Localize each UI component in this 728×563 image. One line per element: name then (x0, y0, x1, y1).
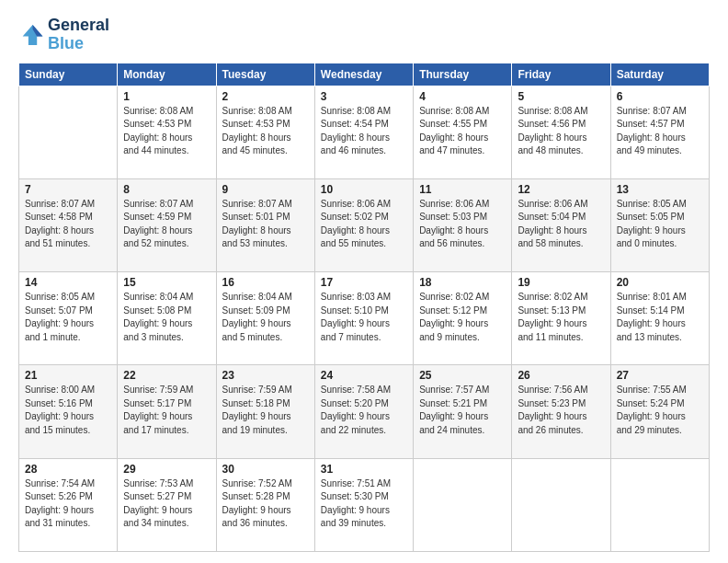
day-info: Sunrise: 7:57 AMSunset: 5:21 PMDaylight:… (419, 384, 506, 437)
day-info: Sunrise: 8:06 AMSunset: 5:03 PMDaylight:… (419, 198, 506, 251)
day-number: 2 (222, 90, 309, 103)
calendar-week-row: 1Sunrise: 8:08 AMSunset: 4:53 PMDaylight… (19, 86, 710, 178)
calendar-week-row: 14Sunrise: 8:05 AMSunset: 5:07 PMDayligh… (19, 272, 710, 365)
calendar-cell: 3Sunrise: 8:08 AMSunset: 4:54 PMDaylight… (314, 86, 413, 178)
day-number: 5 (518, 90, 604, 103)
calendar-cell: 1Sunrise: 8:08 AMSunset: 4:53 PMDaylight… (118, 86, 216, 178)
day-info: Sunrise: 8:08 AMSunset: 4:56 PMDaylight:… (518, 105, 604, 158)
day-number: 14 (25, 276, 111, 289)
day-number: 10 (321, 183, 407, 196)
calendar-cell: 19Sunrise: 8:02 AMSunset: 5:13 PMDayligh… (512, 272, 610, 365)
day-number: 1 (123, 90, 210, 103)
day-info: Sunrise: 8:03 AMSunset: 5:10 PMDaylight:… (321, 291, 407, 344)
calendar-day-header: Sunday (19, 63, 118, 86)
calendar-day-header: Saturday (610, 63, 709, 86)
day-number: 22 (123, 369, 210, 382)
day-number: 6 (617, 90, 703, 103)
day-info: Sunrise: 8:06 AMSunset: 5:04 PMDaylight:… (518, 198, 604, 251)
day-info: Sunrise: 7:51 AMSunset: 5:30 PMDaylight:… (321, 477, 407, 531)
calendar-cell: 8Sunrise: 8:07 AMSunset: 4:59 PMDaylight… (118, 178, 216, 271)
logo: General Blue (18, 17, 109, 53)
calendar-week-row: 21Sunrise: 8:00 AMSunset: 5:16 PMDayligh… (19, 365, 710, 458)
day-number: 18 (419, 276, 506, 289)
logo-icon (18, 22, 44, 48)
calendar-cell: 25Sunrise: 7:57 AMSunset: 5:21 PMDayligh… (414, 365, 512, 458)
day-number: 17 (321, 276, 407, 289)
day-number: 25 (419, 369, 506, 382)
calendar-day-header: Thursday (414, 63, 512, 86)
day-info: Sunrise: 8:07 AMSunset: 4:59 PMDaylight:… (123, 198, 210, 251)
day-number: 31 (321, 463, 407, 476)
calendar-cell: 17Sunrise: 8:03 AMSunset: 5:10 PMDayligh… (314, 272, 413, 365)
calendar-cell: 20Sunrise: 8:01 AMSunset: 5:14 PMDayligh… (610, 272, 709, 365)
calendar-week-row: 7Sunrise: 8:07 AMSunset: 4:58 PMDaylight… (19, 178, 710, 271)
calendar-cell: 10Sunrise: 8:06 AMSunset: 5:02 PMDayligh… (314, 178, 413, 271)
day-number: 28 (25, 463, 111, 476)
day-info: Sunrise: 7:59 AMSunset: 5:18 PMDaylight:… (222, 384, 309, 437)
day-info: Sunrise: 7:52 AMSunset: 5:28 PMDaylight:… (222, 477, 309, 531)
day-number: 24 (321, 369, 407, 382)
day-number: 16 (222, 276, 309, 289)
calendar-cell: 2Sunrise: 8:08 AMSunset: 4:53 PMDaylight… (216, 86, 314, 178)
calendar-header-row: SundayMondayTuesdayWednesdayThursdayFrid… (19, 63, 710, 86)
calendar-cell (19, 86, 118, 178)
page: General Blue SundayMondayTuesdayWednesda… (0, 0, 728, 563)
day-info: Sunrise: 8:07 AMSunset: 4:58 PMDaylight:… (25, 198, 111, 251)
calendar-cell: 24Sunrise: 7:58 AMSunset: 5:20 PMDayligh… (314, 365, 413, 458)
calendar-cell: 30Sunrise: 7:52 AMSunset: 5:28 PMDayligh… (216, 458, 314, 551)
calendar-cell: 7Sunrise: 8:07 AMSunset: 4:58 PMDaylight… (19, 178, 118, 271)
day-info: Sunrise: 8:04 AMSunset: 5:08 PMDaylight:… (123, 291, 210, 344)
day-info: Sunrise: 8:08 AMSunset: 4:55 PMDaylight:… (419, 105, 506, 158)
day-number: 3 (321, 90, 407, 103)
day-number: 7 (25, 183, 111, 196)
calendar-day-header: Monday (118, 63, 216, 86)
day-number: 9 (222, 183, 309, 196)
day-info: Sunrise: 8:02 AMSunset: 5:12 PMDaylight:… (419, 291, 506, 344)
day-info: Sunrise: 8:08 AMSunset: 4:54 PMDaylight:… (321, 105, 407, 158)
calendar-cell: 11Sunrise: 8:06 AMSunset: 5:03 PMDayligh… (414, 178, 512, 271)
day-info: Sunrise: 7:55 AMSunset: 5:24 PMDaylight:… (617, 384, 703, 437)
calendar-cell: 13Sunrise: 8:05 AMSunset: 5:05 PMDayligh… (610, 178, 709, 271)
calendar-cell: 29Sunrise: 7:53 AMSunset: 5:27 PMDayligh… (118, 458, 216, 551)
calendar-day-header: Friday (512, 63, 610, 86)
calendar-cell: 6Sunrise: 8:07 AMSunset: 4:57 PMDaylight… (610, 86, 709, 178)
day-info: Sunrise: 7:54 AMSunset: 5:26 PMDaylight:… (25, 477, 111, 531)
day-number: 20 (617, 276, 703, 289)
calendar-cell (610, 458, 709, 551)
day-number: 12 (518, 183, 604, 196)
calendar-cell: 28Sunrise: 7:54 AMSunset: 5:26 PMDayligh… (19, 458, 118, 551)
day-info: Sunrise: 8:02 AMSunset: 5:13 PMDaylight:… (518, 291, 604, 344)
calendar-cell (512, 458, 610, 551)
calendar-cell: 12Sunrise: 8:06 AMSunset: 5:04 PMDayligh… (512, 178, 610, 271)
day-info: Sunrise: 7:53 AMSunset: 5:27 PMDaylight:… (123, 477, 210, 531)
header: General Blue (18, 17, 710, 53)
day-info: Sunrise: 7:56 AMSunset: 5:23 PMDaylight:… (518, 384, 604, 437)
calendar-day-header: Wednesday (314, 63, 413, 86)
calendar-cell: 23Sunrise: 7:59 AMSunset: 5:18 PMDayligh… (216, 365, 314, 458)
calendar-cell: 4Sunrise: 8:08 AMSunset: 4:55 PMDaylight… (414, 86, 512, 178)
day-number: 23 (222, 369, 309, 382)
day-info: Sunrise: 8:06 AMSunset: 5:02 PMDaylight:… (321, 198, 407, 251)
day-info: Sunrise: 8:04 AMSunset: 5:09 PMDaylight:… (222, 291, 309, 344)
day-number: 21 (25, 369, 111, 382)
day-info: Sunrise: 8:05 AMSunset: 5:05 PMDaylight:… (617, 198, 703, 251)
calendar-table: SundayMondayTuesdayWednesdayThursdayFrid… (18, 63, 710, 552)
day-info: Sunrise: 8:08 AMSunset: 4:53 PMDaylight:… (222, 105, 309, 158)
day-info: Sunrise: 8:00 AMSunset: 5:16 PMDaylight:… (25, 384, 111, 437)
calendar-day-header: Tuesday (216, 63, 314, 86)
day-info: Sunrise: 8:05 AMSunset: 5:07 PMDaylight:… (25, 291, 111, 344)
day-info: Sunrise: 7:59 AMSunset: 5:17 PMDaylight:… (123, 384, 210, 437)
day-info: Sunrise: 8:01 AMSunset: 5:14 PMDaylight:… (617, 291, 703, 344)
logo-text: General Blue (48, 17, 109, 53)
day-number: 11 (419, 183, 506, 196)
day-number: 30 (222, 463, 309, 476)
day-number: 13 (617, 183, 703, 196)
calendar-cell: 27Sunrise: 7:55 AMSunset: 5:24 PMDayligh… (610, 365, 709, 458)
day-info: Sunrise: 8:07 AMSunset: 4:57 PMDaylight:… (617, 105, 703, 158)
calendar-cell: 26Sunrise: 7:56 AMSunset: 5:23 PMDayligh… (512, 365, 610, 458)
day-info: Sunrise: 8:07 AMSunset: 5:01 PMDaylight:… (222, 198, 309, 251)
calendar-cell: 31Sunrise: 7:51 AMSunset: 5:30 PMDayligh… (314, 458, 413, 551)
day-number: 27 (617, 369, 703, 382)
day-number: 19 (518, 276, 604, 289)
calendar-cell: 15Sunrise: 8:04 AMSunset: 5:08 PMDayligh… (118, 272, 216, 365)
